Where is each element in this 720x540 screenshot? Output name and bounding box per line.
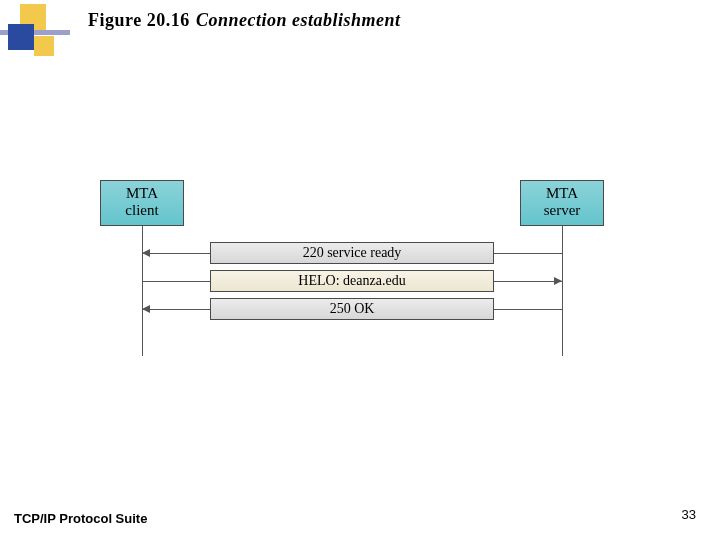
msg1-text: 220 service ready	[303, 245, 402, 260]
mta-server-line1: MTA	[521, 185, 603, 202]
msg2-box: HELO: deanza.edu	[210, 270, 494, 292]
server-lifeline	[562, 226, 563, 356]
page-number: 33	[682, 507, 696, 522]
msg3-line-left	[142, 309, 210, 310]
msg3-line-right	[494, 309, 562, 310]
msg1-line-left	[142, 253, 210, 254]
msg2-line-right	[494, 281, 562, 282]
msg3-box: 250 OK	[210, 298, 494, 320]
mta-server-line2: server	[521, 202, 603, 219]
mta-client-line2: client	[101, 202, 183, 219]
msg2-arrowhead	[554, 277, 562, 285]
msg1-line-right	[494, 253, 562, 254]
sequence-diagram: MTA client MTA server 220 service ready …	[60, 180, 660, 380]
msg2-line-left	[142, 281, 210, 282]
footer-text: TCP/IP Protocol Suite	[14, 511, 147, 526]
msg2-text: HELO: deanza.edu	[298, 273, 405, 288]
mta-client-box: MTA client	[100, 180, 184, 226]
mta-client-line1: MTA	[101, 185, 183, 202]
mta-server-box: MTA server	[520, 180, 604, 226]
figure-caption: Connection establishment	[196, 10, 401, 31]
client-lifeline	[142, 226, 143, 356]
msg1-arrowhead	[142, 249, 150, 257]
slide-logo	[0, 0, 70, 70]
msg3-text: 250 OK	[330, 301, 375, 316]
figure-number: Figure 20.16	[88, 10, 190, 31]
msg1-box: 220 service ready	[210, 242, 494, 264]
msg3-arrowhead	[142, 305, 150, 313]
